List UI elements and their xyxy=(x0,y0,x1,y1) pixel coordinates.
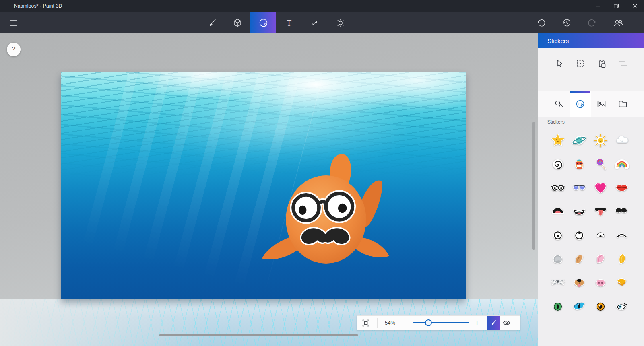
sticker-sunglasses[interactable] xyxy=(570,179,588,197)
sticker-sunglasses-icon xyxy=(572,180,587,196)
sticker-lollipop-icon xyxy=(593,157,608,172)
sticker-dog-muzzle[interactable] xyxy=(570,274,588,292)
history-button[interactable] xyxy=(554,12,580,33)
sticker-lollipop[interactable] xyxy=(592,155,609,173)
tab-stickers[interactable] xyxy=(570,91,591,117)
sticker-cool-cat[interactable] xyxy=(570,155,588,173)
sticker-eye-squint[interactable] xyxy=(592,227,609,244)
redo-button[interactable] xyxy=(580,12,605,33)
tool-canvas[interactable] xyxy=(302,12,328,33)
brush-icon xyxy=(206,18,217,28)
sticker-pig-ear[interactable] xyxy=(592,250,609,268)
sticker-monkey-ear[interactable] xyxy=(570,250,588,268)
minimize-button[interactable] xyxy=(588,0,607,12)
sticker-spiral[interactable] xyxy=(549,155,567,173)
brush-mode-icon xyxy=(489,319,497,327)
tool-stickers[interactable] xyxy=(250,12,276,33)
undo-button[interactable] xyxy=(528,12,554,33)
stickers-section-label: Stickers xyxy=(547,119,565,125)
folder-icon xyxy=(618,99,628,109)
menu-button[interactable] xyxy=(6,15,22,31)
workspace-3d-view[interactable]: ? xyxy=(0,33,538,346)
sticker-mustache[interactable] xyxy=(613,203,631,220)
sticker-winking-eye[interactable] xyxy=(613,298,631,315)
collaborate-button[interactable] xyxy=(605,12,631,33)
sticker-owl-eye[interactable] xyxy=(592,298,609,315)
crop-button[interactable] xyxy=(612,54,634,74)
zoom-slider[interactable] xyxy=(413,322,469,323)
history-clock-icon xyxy=(561,18,572,28)
marquee-select-button[interactable] xyxy=(570,54,591,74)
sticker-planet[interactable] xyxy=(570,132,588,149)
brush-mode-button[interactable] xyxy=(487,316,500,330)
sticker-cat-eye[interactable] xyxy=(570,298,588,315)
fish-3d-object[interactable] xyxy=(259,151,392,276)
redo-icon xyxy=(587,18,598,28)
vertical-scrollbar[interactable] xyxy=(532,122,535,250)
close-button[interactable] xyxy=(625,0,644,12)
tool-3d-shapes[interactable] xyxy=(225,12,250,33)
zoom-to-fit-icon xyxy=(362,319,370,327)
marquee-select-icon xyxy=(576,59,585,68)
zoom-in-button[interactable]: + xyxy=(471,317,483,329)
zoom-out-button[interactable]: − xyxy=(399,317,411,329)
image-icon xyxy=(597,99,607,109)
zoom-slider-thumb[interactable] xyxy=(425,319,432,326)
sticker-yellow-ear[interactable] xyxy=(613,250,631,268)
sticker-tongue-out-mouth[interactable] xyxy=(592,203,609,220)
paste-clipboard-icon xyxy=(597,59,607,68)
canvas[interactable] xyxy=(61,72,466,299)
svg-text:T: T xyxy=(287,18,291,27)
sticker-elephant-ear-icon xyxy=(550,251,566,267)
sticker-eye-up[interactable] xyxy=(570,227,588,244)
toolbar: T xyxy=(0,12,644,33)
undo-icon xyxy=(536,18,546,28)
help-button[interactable]: ? xyxy=(7,43,21,56)
text-icon: T xyxy=(284,18,294,28)
sticker-star-icon xyxy=(550,133,566,148)
sticker-pig-snout[interactable] xyxy=(592,274,609,292)
sticker-eye-forward[interactable] xyxy=(549,227,567,244)
sticker-smiling-mouth[interactable] xyxy=(570,203,588,220)
crop-icon xyxy=(618,59,628,68)
sticker-sun-icon xyxy=(593,133,608,148)
tool-brush[interactable] xyxy=(199,12,225,33)
close-icon xyxy=(633,4,637,8)
tool-text[interactable]: T xyxy=(276,12,302,33)
restore-button[interactable] xyxy=(607,0,625,12)
sticker-eye-closed[interactable] xyxy=(613,227,631,244)
panel-tools xyxy=(538,48,644,91)
sticker-smiling-mouth-icon xyxy=(572,204,587,219)
sticker-reptile-eye[interactable] xyxy=(549,298,567,315)
horizontal-scrollbar[interactable] xyxy=(159,334,358,336)
sticker-winking-eye-icon xyxy=(614,299,630,314)
zoom-value: 54% xyxy=(381,320,399,326)
restore-icon xyxy=(614,4,619,8)
select-tool-button[interactable] xyxy=(548,54,570,74)
panel-tabs xyxy=(538,91,644,117)
paste-button[interactable] xyxy=(591,54,612,74)
sticker-sun[interactable] xyxy=(592,132,609,149)
sticker-cat-whiskers[interactable] xyxy=(549,274,567,292)
sticker-lips[interactable] xyxy=(613,179,631,197)
sticker-elephant-ear[interactable] xyxy=(549,250,567,268)
sticker-rainbow[interactable] xyxy=(613,155,631,173)
tab-custom-stickers[interactable] xyxy=(612,91,634,117)
sticker-round-glasses[interactable] xyxy=(549,179,567,197)
sticker-lips-icon xyxy=(614,180,630,196)
tab-shapes[interactable] xyxy=(548,91,570,117)
view-mode-button[interactable] xyxy=(500,316,513,330)
sticker-heart[interactable] xyxy=(592,179,609,197)
sticker-rainbow-icon xyxy=(614,157,630,172)
sticker-bird-beak[interactable] xyxy=(613,274,631,292)
tool-effects[interactable] xyxy=(328,12,353,33)
sticker-laughing-mouth[interactable] xyxy=(549,203,567,220)
sticker-eye-up-icon xyxy=(572,228,587,243)
sticker-star[interactable] xyxy=(549,132,567,149)
zoom-to-fit-button[interactable] xyxy=(357,319,375,327)
people-icon xyxy=(613,18,624,28)
sticker-cloud[interactable] xyxy=(613,132,631,149)
tab-textures[interactable] xyxy=(591,91,612,117)
minimize-icon xyxy=(596,4,600,8)
panel-title: Stickers xyxy=(547,37,569,44)
